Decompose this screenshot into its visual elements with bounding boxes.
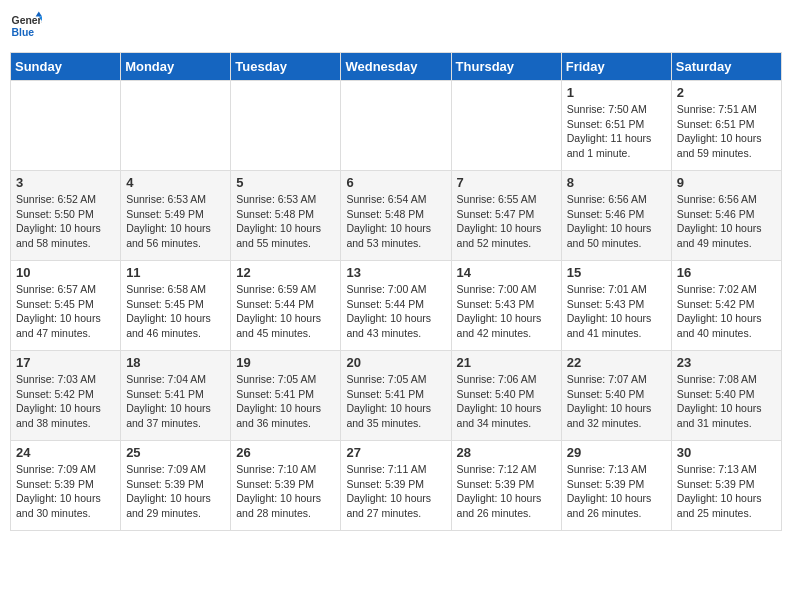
day-number: 8 xyxy=(567,175,666,190)
calendar-cell: 20Sunrise: 7:05 AM Sunset: 5:41 PM Dayli… xyxy=(341,351,451,441)
day-info: Sunrise: 6:55 AM Sunset: 5:47 PM Dayligh… xyxy=(457,192,556,251)
calendar-cell: 4Sunrise: 6:53 AM Sunset: 5:49 PM Daylig… xyxy=(121,171,231,261)
day-number: 7 xyxy=(457,175,556,190)
calendar-cell: 10Sunrise: 6:57 AM Sunset: 5:45 PM Dayli… xyxy=(11,261,121,351)
calendar-table: SundayMondayTuesdayWednesdayThursdayFrid… xyxy=(10,52,782,531)
day-info: Sunrise: 7:03 AM Sunset: 5:42 PM Dayligh… xyxy=(16,372,115,431)
calendar-cell: 19Sunrise: 7:05 AM Sunset: 5:41 PM Dayli… xyxy=(231,351,341,441)
calendar-cell: 2Sunrise: 7:51 AM Sunset: 6:51 PM Daylig… xyxy=(671,81,781,171)
day-info: Sunrise: 7:10 AM Sunset: 5:39 PM Dayligh… xyxy=(236,462,335,521)
calendar-cell: 24Sunrise: 7:09 AM Sunset: 5:39 PM Dayli… xyxy=(11,441,121,531)
day-info: Sunrise: 7:11 AM Sunset: 5:39 PM Dayligh… xyxy=(346,462,445,521)
day-info: Sunrise: 7:05 AM Sunset: 5:41 PM Dayligh… xyxy=(346,372,445,431)
calendar-cell: 3Sunrise: 6:52 AM Sunset: 5:50 PM Daylig… xyxy=(11,171,121,261)
day-number: 25 xyxy=(126,445,225,460)
day-number: 30 xyxy=(677,445,776,460)
svg-text:Blue: Blue xyxy=(12,27,35,38)
header-day: Thursday xyxy=(451,53,561,81)
day-number: 2 xyxy=(677,85,776,100)
day-number: 10 xyxy=(16,265,115,280)
day-number: 28 xyxy=(457,445,556,460)
day-number: 21 xyxy=(457,355,556,370)
day-info: Sunrise: 6:53 AM Sunset: 5:48 PM Dayligh… xyxy=(236,192,335,251)
day-info: Sunrise: 7:07 AM Sunset: 5:40 PM Dayligh… xyxy=(567,372,666,431)
day-info: Sunrise: 7:50 AM Sunset: 6:51 PM Dayligh… xyxy=(567,102,666,161)
calendar-cell: 15Sunrise: 7:01 AM Sunset: 5:43 PM Dayli… xyxy=(561,261,671,351)
day-number: 13 xyxy=(346,265,445,280)
header-row: SundayMondayTuesdayWednesdayThursdayFrid… xyxy=(11,53,782,81)
calendar-cell xyxy=(451,81,561,171)
day-info: Sunrise: 7:12 AM Sunset: 5:39 PM Dayligh… xyxy=(457,462,556,521)
calendar-cell xyxy=(121,81,231,171)
calendar-cell: 11Sunrise: 6:58 AM Sunset: 5:45 PM Dayli… xyxy=(121,261,231,351)
day-number: 9 xyxy=(677,175,776,190)
day-info: Sunrise: 7:06 AM Sunset: 5:40 PM Dayligh… xyxy=(457,372,556,431)
day-number: 27 xyxy=(346,445,445,460)
day-number: 23 xyxy=(677,355,776,370)
day-number: 16 xyxy=(677,265,776,280)
day-info: Sunrise: 6:53 AM Sunset: 5:49 PM Dayligh… xyxy=(126,192,225,251)
day-info: Sunrise: 7:00 AM Sunset: 5:43 PM Dayligh… xyxy=(457,282,556,341)
day-number: 29 xyxy=(567,445,666,460)
day-number: 26 xyxy=(236,445,335,460)
day-number: 3 xyxy=(16,175,115,190)
calendar-cell: 8Sunrise: 6:56 AM Sunset: 5:46 PM Daylig… xyxy=(561,171,671,261)
calendar-cell xyxy=(11,81,121,171)
day-number: 17 xyxy=(16,355,115,370)
day-number: 19 xyxy=(236,355,335,370)
calendar-cell: 25Sunrise: 7:09 AM Sunset: 5:39 PM Dayli… xyxy=(121,441,231,531)
day-info: Sunrise: 7:01 AM Sunset: 5:43 PM Dayligh… xyxy=(567,282,666,341)
calendar-cell: 23Sunrise: 7:08 AM Sunset: 5:40 PM Dayli… xyxy=(671,351,781,441)
logo-icon: General Blue xyxy=(10,10,42,42)
calendar-week: 24Sunrise: 7:09 AM Sunset: 5:39 PM Dayli… xyxy=(11,441,782,531)
day-info: Sunrise: 7:09 AM Sunset: 5:39 PM Dayligh… xyxy=(16,462,115,521)
calendar-cell: 16Sunrise: 7:02 AM Sunset: 5:42 PM Dayli… xyxy=(671,261,781,351)
day-info: Sunrise: 7:00 AM Sunset: 5:44 PM Dayligh… xyxy=(346,282,445,341)
day-number: 1 xyxy=(567,85,666,100)
header-day: Friday xyxy=(561,53,671,81)
calendar-week: 10Sunrise: 6:57 AM Sunset: 5:45 PM Dayli… xyxy=(11,261,782,351)
calendar-cell: 12Sunrise: 6:59 AM Sunset: 5:44 PM Dayli… xyxy=(231,261,341,351)
calendar-cell xyxy=(341,81,451,171)
header: General Blue xyxy=(10,10,782,42)
day-info: Sunrise: 6:56 AM Sunset: 5:46 PM Dayligh… xyxy=(567,192,666,251)
day-number: 24 xyxy=(16,445,115,460)
day-info: Sunrise: 6:54 AM Sunset: 5:48 PM Dayligh… xyxy=(346,192,445,251)
day-info: Sunrise: 6:57 AM Sunset: 5:45 PM Dayligh… xyxy=(16,282,115,341)
calendar-cell: 13Sunrise: 7:00 AM Sunset: 5:44 PM Dayli… xyxy=(341,261,451,351)
day-info: Sunrise: 7:13 AM Sunset: 5:39 PM Dayligh… xyxy=(677,462,776,521)
calendar-cell: 6Sunrise: 6:54 AM Sunset: 5:48 PM Daylig… xyxy=(341,171,451,261)
calendar-cell xyxy=(231,81,341,171)
day-number: 5 xyxy=(236,175,335,190)
day-number: 20 xyxy=(346,355,445,370)
calendar-week: 3Sunrise: 6:52 AM Sunset: 5:50 PM Daylig… xyxy=(11,171,782,261)
calendar-week: 1Sunrise: 7:50 AM Sunset: 6:51 PM Daylig… xyxy=(11,81,782,171)
calendar-cell: 17Sunrise: 7:03 AM Sunset: 5:42 PM Dayli… xyxy=(11,351,121,441)
calendar-cell: 26Sunrise: 7:10 AM Sunset: 5:39 PM Dayli… xyxy=(231,441,341,531)
calendar-cell: 22Sunrise: 7:07 AM Sunset: 5:40 PM Dayli… xyxy=(561,351,671,441)
day-info: Sunrise: 7:04 AM Sunset: 5:41 PM Dayligh… xyxy=(126,372,225,431)
day-number: 15 xyxy=(567,265,666,280)
calendar-week: 17Sunrise: 7:03 AM Sunset: 5:42 PM Dayli… xyxy=(11,351,782,441)
calendar-cell: 18Sunrise: 7:04 AM Sunset: 5:41 PM Dayli… xyxy=(121,351,231,441)
day-number: 22 xyxy=(567,355,666,370)
day-info: Sunrise: 7:51 AM Sunset: 6:51 PM Dayligh… xyxy=(677,102,776,161)
day-number: 14 xyxy=(457,265,556,280)
header-day: Wednesday xyxy=(341,53,451,81)
svg-marker-2 xyxy=(36,12,42,17)
day-info: Sunrise: 6:59 AM Sunset: 5:44 PM Dayligh… xyxy=(236,282,335,341)
day-number: 6 xyxy=(346,175,445,190)
calendar-cell: 28Sunrise: 7:12 AM Sunset: 5:39 PM Dayli… xyxy=(451,441,561,531)
day-info: Sunrise: 7:08 AM Sunset: 5:40 PM Dayligh… xyxy=(677,372,776,431)
header-day: Tuesday xyxy=(231,53,341,81)
logo: General Blue xyxy=(10,10,42,42)
day-info: Sunrise: 6:56 AM Sunset: 5:46 PM Dayligh… xyxy=(677,192,776,251)
calendar-cell: 27Sunrise: 7:11 AM Sunset: 5:39 PM Dayli… xyxy=(341,441,451,531)
day-info: Sunrise: 7:09 AM Sunset: 5:39 PM Dayligh… xyxy=(126,462,225,521)
day-number: 12 xyxy=(236,265,335,280)
calendar-cell: 1Sunrise: 7:50 AM Sunset: 6:51 PM Daylig… xyxy=(561,81,671,171)
calendar-cell: 7Sunrise: 6:55 AM Sunset: 5:47 PM Daylig… xyxy=(451,171,561,261)
day-number: 11 xyxy=(126,265,225,280)
day-info: Sunrise: 7:02 AM Sunset: 5:42 PM Dayligh… xyxy=(677,282,776,341)
calendar-cell: 30Sunrise: 7:13 AM Sunset: 5:39 PM Dayli… xyxy=(671,441,781,531)
